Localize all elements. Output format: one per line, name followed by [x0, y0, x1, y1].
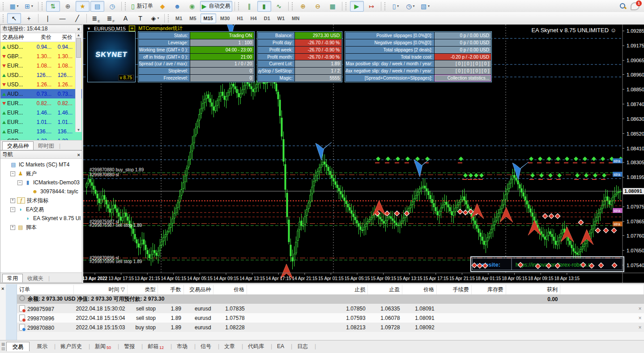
navigator-item[interactable]: ☻30978444: taylc: [1, 187, 82, 196]
auto-scroll-button[interactable]: ▶: [350, 1, 364, 12]
sounds-button[interactable]: ◉: [185, 1, 199, 12]
terminal-tab-EA[interactable]: EA: [271, 342, 290, 351]
timeframe-m1-button[interactable]: M1: [172, 13, 185, 23]
column-bid[interactable]: 卖价: [33, 34, 53, 41]
orders-column-9[interactable]: 手续费: [437, 285, 472, 294]
cursor-tool-button[interactable]: ↖: [7, 13, 21, 24]
scrollbar-thumb[interactable]: [76, 38, 81, 58]
timeframe-d1-button[interactable]: D1: [261, 13, 273, 23]
terminal-tab-账户历史[interactable]: 账户历史: [55, 342, 88, 351]
dropdown-caret-icon[interactable]: ▾: [397, 4, 399, 8]
terminal-tab-文章[interactable]: 文章: [218, 342, 241, 351]
market-watch-row[interactable]: GBP...1.30...1.30...: [0, 51, 82, 61]
scroll-up-icon[interactable]: ▲: [77, 33, 81, 37]
orders-column-8[interactable]: 价格: [402, 285, 437, 294]
market-watch-tab-交易品种[interactable]: 交易品种: [2, 141, 34, 150]
scroll-down-icon[interactable]: ▼: [77, 128, 81, 132]
timeframe-m30-button[interactable]: M30: [217, 13, 233, 23]
timeframe-mn-button[interactable]: MN: [289, 13, 303, 23]
candle-mode-button[interactable]: ▮: [257, 1, 271, 12]
market-watch-row[interactable]: EUR...136....136....: [0, 127, 82, 136]
text-label-tool-button[interactable]: T: [133, 13, 147, 24]
timeframe-w1-button[interactable]: W1: [274, 13, 288, 23]
text-tool-button[interactable]: A: [119, 13, 132, 24]
collapse-icon[interactable]: −: [10, 171, 15, 176]
order-row[interactable]: 2998708962022.04.18 15:15:04sell stop1.8…: [17, 313, 644, 323]
market-watch-row[interactable]: USD...126....126....: [0, 70, 82, 80]
collapse-icon[interactable]: −: [17, 180, 22, 185]
fibonacci-tool-button[interactable]: ≣F: [104, 13, 118, 24]
chart-shift-button[interactable]: ↦: [365, 1, 379, 12]
orders-table-header[interactable]: 订单时间 ▽类型手数交易品种价格止损止盈价格手续费库存费获利: [17, 285, 644, 294]
column-ask[interactable]: 买价: [53, 34, 74, 41]
terminal-tab-市场[interactable]: 市场: [171, 342, 193, 351]
close-icon[interactable]: ×: [77, 152, 80, 157]
new-chart-button[interactable]: ▦▾: [7, 1, 21, 12]
navigator-tab-常用[interactable]: 常用: [2, 274, 23, 282]
chevron-down-icon[interactable]: ▼: [87, 26, 91, 31]
zoom-out-button[interactable]: ⊖: [311, 1, 325, 12]
orders-column-11[interactable]: 获利: [506, 285, 560, 294]
data-window-button[interactable]: ⊕: [61, 1, 75, 12]
new-order-button[interactable]: ▯新订单: [129, 1, 155, 12]
arrows-shapes-tool-button[interactable]: ◈▾: [148, 13, 162, 24]
autotrading-button[interactable]: ▶自动交易: [200, 1, 232, 12]
metaeditor-button[interactable]: ◆: [156, 1, 170, 12]
collapse-icon[interactable]: −: [10, 207, 15, 212]
profiles-button[interactable]: ⊞▾: [22, 1, 36, 12]
equidistant-channel-tool-button[interactable]: ≣E: [89, 13, 103, 24]
navigator-toggle-button[interactable]: ★: [76, 1, 90, 12]
vertical-line-tool-button[interactable]: |: [41, 13, 55, 24]
navigator-item[interactable]: +ƒ技术指标: [1, 196, 82, 205]
dropdown-caret-icon[interactable]: ▾: [157, 16, 159, 20]
orders-column-2[interactable]: 类型: [128, 285, 158, 294]
market-watch-toggle-button[interactable]: ⇅: [46, 1, 60, 12]
terminal-tab-代码库[interactable]: 代码库: [242, 342, 270, 351]
notifications-icon[interactable]: 1: [631, 2, 640, 10]
delete-order-icon[interactable]: ×: [638, 324, 641, 331]
close-icon[interactable]: ×: [1, 286, 4, 291]
navigator-item[interactable]: ▤IC Markets (SC) MT4: [1, 160, 82, 169]
dropdown-caret-icon[interactable]: ▾: [31, 4, 33, 8]
experts-community-button[interactable]: ☻: [171, 1, 184, 12]
terminal-tab-日志[interactable]: 日志: [291, 342, 314, 351]
terminal-toggle-button[interactable]: ▤: [90, 1, 104, 12]
one-click-plus-button[interactable]: +: [129, 26, 135, 31]
orders-column-4[interactable]: 交易品种: [183, 285, 213, 294]
navigator-item[interactable]: −▮ICMarkets-Demo03: [1, 178, 82, 187]
terminal-tab-交易[interactable]: 交易: [6, 342, 30, 351]
orders-column-1[interactable]: 时间 ▽: [73, 285, 127, 294]
order-row[interactable]: 2998759872022.04.18 15:30:02sell stop1.8…: [17, 304, 644, 313]
market-watch-row[interactable]: EUR...1.46...1.46...: [0, 108, 82, 117]
line-chart-mode-button[interactable]: ∿: [272, 1, 286, 12]
timeframe-h1-button[interactable]: H1: [234, 13, 246, 23]
market-watch-row[interactable]: EUR...1.01...1.01...: [0, 117, 82, 127]
chart-template-button[interactable]: ▧▾: [418, 1, 432, 12]
market-watch-row[interactable]: AUD...0.73...0.73...: [0, 89, 82, 98]
market-watch-row[interactable]: EUR...1.08...1.08...: [0, 61, 82, 70]
market-watch-scrollbar[interactable]: ▲▼: [75, 33, 81, 132]
bar-chart-mode-button[interactable]: ∥: [243, 1, 256, 12]
navigator-tab-收藏夹[interactable]: 收藏夹: [23, 274, 48, 282]
close-icon[interactable]: ×: [77, 26, 80, 32]
navigator-item[interactable]: ◗EA Skynet v 8.75 Ul: [1, 214, 82, 223]
mini-window-icon[interactable]: ▨: [1, 346, 5, 351]
market-watch-row[interactable]: USD...1.26...1.26...: [0, 80, 82, 89]
orders-column-3[interactable]: 手数: [158, 285, 183, 294]
orders-column-0[interactable]: 订单: [17, 285, 73, 294]
navigator-item[interactable]: −◗EA交易: [1, 205, 82, 214]
timeframe-m15-button[interactable]: M15: [200, 13, 216, 23]
periods-button[interactable]: ◷▾: [404, 1, 418, 12]
timeframe-h4-button[interactable]: H4: [247, 13, 260, 23]
terminal-tab-信号[interactable]: 信号: [195, 342, 217, 351]
terminal-tab-警报[interactable]: 警报: [118, 342, 141, 351]
crosshair-tool-button[interactable]: +: [22, 13, 36, 24]
orders-column-5[interactable]: 价格: [213, 285, 247, 294]
market-watch-tab-即时图[interactable]: 即时图: [34, 142, 59, 150]
orders-column-6[interactable]: 止损: [247, 285, 368, 294]
delete-order-icon[interactable]: ×: [638, 315, 641, 321]
dropdown-caret-icon[interactable]: ▾: [428, 4, 430, 8]
order-row[interactable]: 2998708802022.04.18 15:15:03buy stop1.89…: [17, 323, 644, 332]
search-icon[interactable]: [619, 3, 626, 9]
trendline-tool-button[interactable]: ╱: [70, 13, 84, 24]
